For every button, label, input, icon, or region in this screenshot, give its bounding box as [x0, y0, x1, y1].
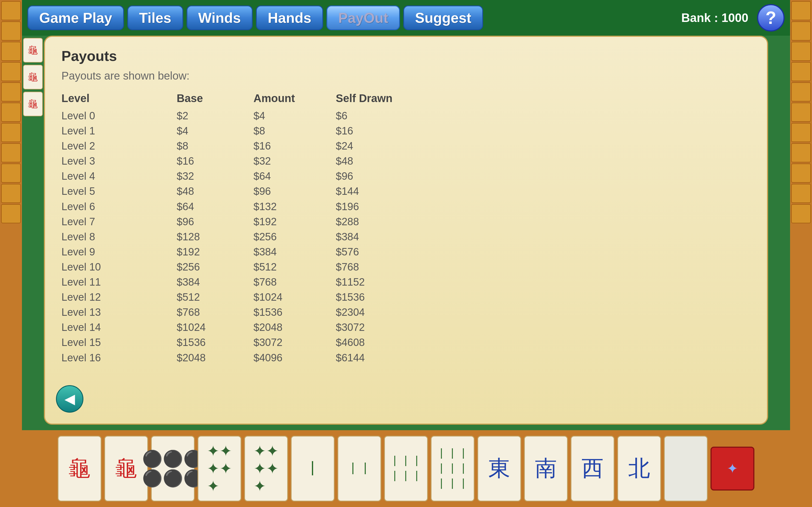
cell-selfdrawn: $2304	[336, 305, 418, 320]
tile-8: 丨丨丨丨丨丨	[384, 436, 428, 502]
cell-selfdrawn: $24	[336, 138, 418, 154]
table-row: Level 2 $8 $16 $24	[61, 138, 751, 154]
cell-base: $16	[177, 154, 253, 169]
tab-hands[interactable]: Hands	[256, 5, 323, 30]
tab-payout[interactable]: PayOut	[327, 5, 400, 30]
table-row: Level 11 $384 $768 $1152	[61, 275, 751, 290]
panel-title: Payouts	[61, 48, 751, 64]
cell-level: Level 5	[61, 184, 177, 199]
tile-6: 丨	[291, 436, 335, 502]
cell-base: $48	[177, 184, 253, 199]
tile-3: ⚫⚫⚫⚫⚫⚫	[151, 436, 195, 502]
cell-amount: $132	[253, 199, 336, 214]
nav-bar: Game Play Tiles Winds Hands PayOut Sugge…	[22, 0, 790, 36]
brick-border-right	[790, 0, 812, 507]
side-tile-2: 龜	[23, 65, 43, 90]
tile-south: 南	[524, 436, 568, 502]
cell-selfdrawn: $288	[336, 214, 418, 229]
cell-amount: $384	[253, 244, 336, 260]
bottom-tile-row: 龜 龜 ⚫⚫⚫⚫⚫⚫ ✦✦✦✦✦ ✦✦✦✦✦ 丨 丨丨 丨丨丨丨丨丨 丨丨丨丨丨…	[22, 430, 790, 507]
cell-base: $64	[177, 199, 253, 214]
col-header-selfdrawn: Self Drawn	[336, 90, 418, 106]
cell-amount: $32	[253, 154, 336, 169]
cell-amount: $2048	[253, 320, 336, 335]
cell-selfdrawn: $6	[336, 108, 418, 123]
cell-level: Level 7	[61, 214, 177, 229]
col-header-base: Base	[177, 90, 253, 106]
cell-base: $96	[177, 214, 253, 229]
table-row: Level 8 $128 $256 $384	[61, 229, 751, 244]
cell-level: Level 4	[61, 169, 177, 184]
table-row: Level 9 $192 $384 $576	[61, 244, 751, 260]
col-header-level: Level	[61, 90, 177, 106]
tile-west: 西	[571, 436, 615, 502]
table-row: Level 10 $256 $512 $768	[61, 260, 751, 275]
cell-amount: $768	[253, 275, 336, 290]
cell-selfdrawn: $6144	[336, 350, 418, 365]
table-header: Level Base Amount Self Drawn	[61, 90, 751, 106]
help-button[interactable]: ?	[757, 4, 785, 32]
table-row: Level 5 $48 $96 $144	[61, 184, 751, 199]
cell-amount: $1536	[253, 305, 336, 320]
cell-amount: $1024	[253, 290, 336, 305]
side-tile-3: 龜	[23, 92, 43, 116]
cell-base: $1024	[177, 320, 253, 335]
cell-level: Level 3	[61, 154, 177, 169]
cell-amount: $96	[253, 184, 336, 199]
table-row: Level 16 $2048 $4096 $6144	[61, 350, 751, 365]
panel-subtitle: Payouts are shown below:	[61, 70, 751, 82]
table-row: Level 12 $512 $1024 $1536	[61, 290, 751, 305]
cell-base: $768	[177, 305, 253, 320]
tile-9: 丨丨丨丨丨丨丨丨丨	[431, 436, 475, 502]
cell-level: Level 15	[61, 335, 177, 350]
cell-amount: $3072	[253, 335, 336, 350]
cell-amount: $512	[253, 260, 336, 275]
table-rows-container: Level 0 $2 $4 $6 Level 1 $4 $8 $16 Level…	[61, 108, 751, 365]
cell-base: $32	[177, 169, 253, 184]
tile-special-btn[interactable]: ✦	[710, 447, 754, 491]
cell-amount: $256	[253, 229, 336, 244]
cell-selfdrawn: $144	[336, 184, 418, 199]
cell-base: $384	[177, 275, 253, 290]
tab-suggest[interactable]: Suggest	[403, 5, 483, 30]
table-row: Level 4 $32 $64 $96	[61, 169, 751, 184]
tile-blank	[664, 436, 708, 502]
cell-level: Level 8	[61, 229, 177, 244]
cell-base: $512	[177, 290, 253, 305]
table-row: Level 15 $1536 $3072 $4608	[61, 335, 751, 350]
cell-level: Level 9	[61, 244, 177, 260]
tab-winds[interactable]: Winds	[186, 5, 253, 30]
cell-level: Level 10	[61, 260, 177, 275]
back-button[interactable]: ◀	[56, 385, 83, 413]
cell-selfdrawn: $384	[336, 229, 418, 244]
cell-amount: $8	[253, 123, 336, 138]
brick-border-left	[0, 0, 22, 507]
payout-table: Level Base Amount Self Drawn Level 0 $2 …	[61, 90, 751, 365]
tile-5: ✦✦✦✦✦	[244, 436, 288, 502]
cell-base: $256	[177, 260, 253, 275]
tab-tiles[interactable]: Tiles	[127, 5, 183, 30]
tab-gameplay[interactable]: Game Play	[27, 5, 124, 30]
col-header-amount: Amount	[253, 90, 336, 106]
table-row: Level 6 $64 $132 $196	[61, 199, 751, 214]
cell-level: Level 0	[61, 108, 177, 123]
cell-base: $1536	[177, 335, 253, 350]
cell-level: Level 14	[61, 320, 177, 335]
cell-amount: $16	[253, 138, 336, 154]
tile-1: 龜	[58, 436, 102, 502]
cell-level: Level 13	[61, 305, 177, 320]
cell-base: $4	[177, 123, 253, 138]
side-tile-1: 龜	[23, 38, 43, 63]
cell-selfdrawn: $1536	[336, 290, 418, 305]
cell-selfdrawn: $16	[336, 123, 418, 138]
cell-selfdrawn: $48	[336, 154, 418, 169]
tile-2: 龜	[104, 436, 148, 502]
cell-level: Level 2	[61, 138, 177, 154]
cell-amount: $4	[253, 108, 336, 123]
table-row: Level 14 $1024 $2048 $3072	[61, 320, 751, 335]
cell-selfdrawn: $4608	[336, 335, 418, 350]
cell-amount: $4096	[253, 350, 336, 365]
table-row: Level 1 $4 $8 $16	[61, 123, 751, 138]
cell-level: Level 1	[61, 123, 177, 138]
cell-level: Level 6	[61, 199, 177, 214]
